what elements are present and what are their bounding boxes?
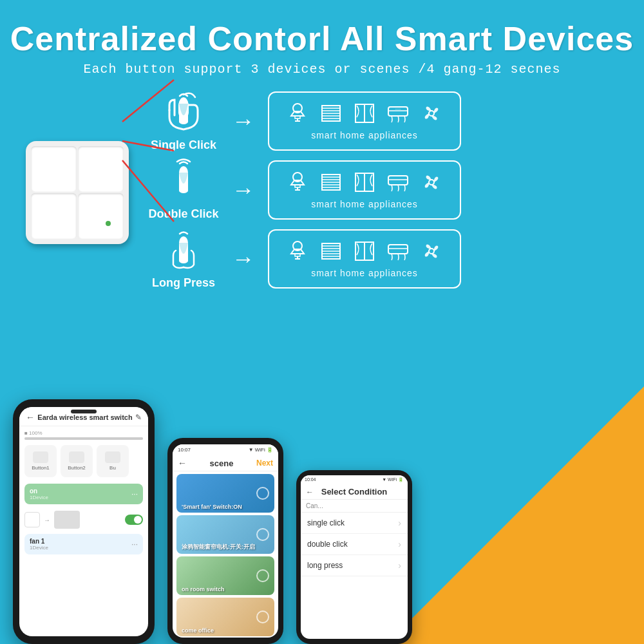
double-click-row: Double Click →	[148, 158, 625, 221]
double-click-label: Double Click	[148, 207, 218, 221]
curtain-icon-1	[353, 102, 376, 125]
mid-back-icon[interactable]: ←	[178, 458, 187, 468]
main-background: Centralized Contorl All Smart Devices Ea…	[0, 0, 644, 644]
blinds-icon-1	[319, 102, 343, 125]
long-press-appliance-box: smart home appliances	[268, 229, 461, 289]
mid-time: 10:07	[178, 447, 191, 453]
switch-btn-bottom-left	[31, 193, 77, 239]
btn-card-icon-3	[105, 451, 120, 463]
on-section: on 1Device ···	[24, 484, 143, 504]
scene-item-2[interactable]: 涂鸦智能窗帘电机:开关:开启	[176, 515, 274, 554]
back-arrow-icon[interactable]: ←	[26, 412, 35, 422]
ac-icon-3	[386, 240, 410, 263]
single-click-appliance-box: ~~~ smart home appliances	[268, 91, 461, 151]
condition-text-3: long press	[307, 561, 343, 570]
battery-level: ■ 100%	[24, 430, 143, 436]
svg-text:~~~: ~~~	[395, 107, 401, 111]
long-press-gesture-icon	[163, 227, 205, 274]
mid-title: scene	[210, 459, 234, 468]
lamp-icon-2	[286, 171, 309, 194]
fan-label: fan 1	[30, 538, 48, 545]
double-click-arrow: →	[232, 176, 255, 204]
scene-item-1[interactable]: 'Smart fan' Switch:ON	[176, 474, 274, 513]
btn-card-icon-1	[33, 451, 48, 463]
phone-right-screen: 10:04 ▼ WiFi 🔋 ← Select Condition Can...…	[301, 475, 408, 639]
mid-status-bar: 10:07 ▼ WiFi 🔋	[173, 444, 278, 455]
single-click-arrow: →	[232, 108, 255, 135]
edit-icon[interactable]: ✎	[135, 413, 142, 422]
condition-long-press[interactable]: long press ›	[301, 555, 408, 576]
on-label: on	[30, 488, 48, 495]
on-section-more[interactable]: ···	[131, 489, 138, 498]
green-indicator-dot	[106, 221, 111, 226]
phone-main-screen: ← Earda wireless smart switch ✎ ■ 100% B…	[19, 407, 148, 636]
btn-card-1[interactable]: Button1	[24, 445, 57, 477]
scene-label-4: come office	[182, 627, 214, 634]
svg-point-59	[429, 249, 434, 254]
lamp-icon-1	[286, 102, 309, 125]
right-signal: ▼ WiFi 🔋	[382, 477, 404, 482]
lamp-icon-3	[286, 240, 309, 263]
btn-card-2[interactable]: Button2	[61, 445, 93, 477]
double-click-gesture-icon	[163, 158, 205, 205]
progress-bar	[24, 437, 143, 440]
right-back-icon[interactable]: ←	[306, 488, 314, 497]
condition-text-1: single click	[307, 518, 345, 527]
svg-point-7	[179, 119, 188, 124]
right-status-bar: 10:04 ▼ WiFi 🔋	[301, 475, 408, 484]
switch-btn-top-left	[31, 146, 77, 192]
btn-card-3[interactable]: Bu	[97, 445, 129, 477]
device-icon	[24, 512, 40, 527]
svg-point-26	[179, 188, 188, 193]
phone-main-body: ■ 100% Button1 Button2	[19, 426, 148, 558]
mid-header: ← scene Next	[173, 455, 278, 471]
ac-icon-1: ~~~	[386, 102, 410, 125]
condition-text-2: double click	[307, 540, 348, 549]
right-title: Select Condition	[321, 487, 388, 497]
fan-more[interactable]: ···	[131, 540, 138, 549]
single-click-gesture-icon	[163, 90, 205, 136]
phones-area: ← Earda wireless smart switch ✎ ■ 100% B…	[0, 406, 644, 644]
mid-next-button[interactable]: Next	[256, 459, 273, 468]
single-click-label: Single Click	[151, 138, 216, 152]
double-click-appliance-label: smart home appliances	[311, 199, 418, 209]
switch-btn-top-right	[78, 146, 124, 192]
right-header: ← Select Condition	[301, 484, 408, 500]
svg-rect-9	[295, 116, 300, 118]
long-press-appliance-label: smart home appliances	[311, 268, 418, 278]
condition-single-click[interactable]: single click ›	[301, 513, 408, 534]
condition-arrow-2: ›	[398, 539, 401, 549]
scene-item-3[interactable]: on room switch	[176, 556, 274, 595]
switch-btn-bottom-right	[78, 193, 124, 239]
scene-label-3: on room switch	[182, 586, 225, 592]
condition-arrow-3: ›	[398, 560, 401, 571]
toggle-switch[interactable]	[125, 515, 143, 525]
device-thumbnail	[54, 511, 80, 529]
single-click-appliance-icons: ~~~	[286, 102, 443, 125]
svg-rect-46	[295, 254, 300, 256]
button-grid: Button1 Button2 Bu	[24, 445, 143, 477]
phone-mid: 10:07 ▼ WiFi 🔋 ← scene Next 'Smart fan' …	[167, 438, 283, 644]
double-click-appliance-icons	[286, 171, 443, 194]
condition-double-click[interactable]: double click ›	[301, 534, 408, 555]
svg-rect-57	[388, 245, 408, 254]
switch-device	[26, 141, 129, 244]
condition-arrow-1: ›	[398, 518, 401, 528]
svg-rect-39	[388, 176, 408, 185]
long-press-appliance-icons	[286, 240, 443, 263]
ac-icon-2	[386, 171, 410, 194]
phone-main: ← Earda wireless smart switch ✎ ■ 100% B…	[13, 399, 155, 644]
right-can-label: Can...	[301, 500, 408, 513]
scene-label-2: 涂鸦智能窗帘电机:开关:开启	[182, 543, 255, 551]
right-time: 10:04	[305, 477, 316, 482]
scene-circle-1	[256, 487, 269, 500]
actions-area: Single Click →	[148, 90, 625, 290]
blinds-icon-3	[319, 240, 343, 263]
scene-item-4[interactable]: come office	[176, 598, 274, 636]
single-click-icon-label: Single Click	[148, 90, 219, 152]
btn-card-label-2: Button2	[68, 465, 86, 471]
progress-fill	[24, 437, 143, 440]
double-click-icon-label: Double Click	[148, 158, 219, 221]
svg-point-23	[429, 111, 434, 116]
scene-circle-4	[256, 611, 269, 623]
